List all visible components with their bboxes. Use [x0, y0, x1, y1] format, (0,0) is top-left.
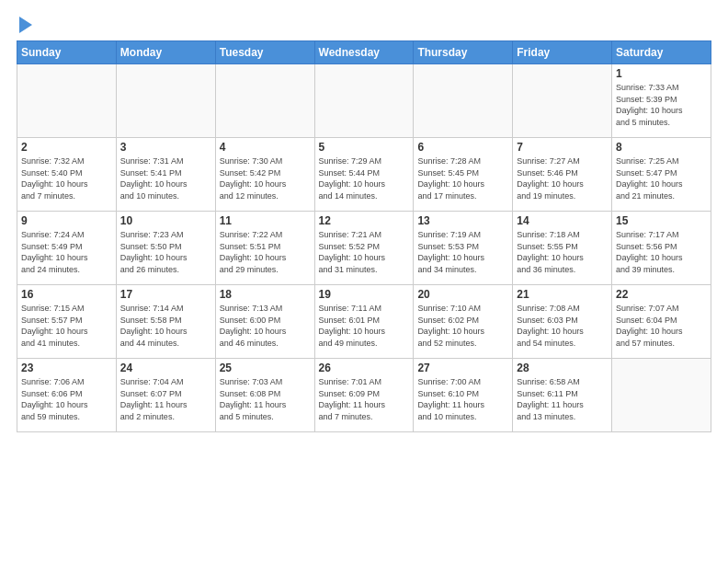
- day-number: 1: [616, 67, 707, 80]
- day-info: Sunrise: 7:32 AM Sunset: 5:40 PM Dayligh…: [21, 155, 112, 201]
- calendar-cell: 8Sunrise: 7:25 AM Sunset: 5:47 PM Daylig…: [612, 138, 711, 212]
- day-number: 3: [120, 141, 211, 154]
- day-info: Sunrise: 7:29 AM Sunset: 5:44 PM Dayligh…: [319, 155, 410, 201]
- day-info: Sunrise: 7:18 AM Sunset: 5:55 PM Dayligh…: [517, 229, 608, 275]
- day-number: 24: [120, 362, 211, 374]
- day-number: 17: [120, 288, 211, 301]
- calendar-cell: 10Sunrise: 7:23 AM Sunset: 5:50 PM Dayli…: [116, 212, 215, 285]
- day-info: Sunrise: 7:01 AM Sunset: 6:09 PM Dayligh…: [319, 376, 410, 422]
- calendar-header-row: SundayMondayTuesdayWednesdayThursdayFrid…: [17, 41, 711, 64]
- calendar-cell: [17, 64, 117, 138]
- day-number: 23: [21, 362, 112, 374]
- day-number: 20: [417, 288, 508, 301]
- calendar-cell: 3Sunrise: 7:31 AM Sunset: 5:41 PM Daylig…: [116, 138, 215, 212]
- calendar-cell: 24Sunrise: 7:04 AM Sunset: 6:07 PM Dayli…: [116, 359, 215, 432]
- calendar-cell: 14Sunrise: 7:18 AM Sunset: 5:55 PM Dayli…: [513, 212, 612, 285]
- calendar-header-monday: Monday: [116, 41, 215, 64]
- calendar-header-saturday: Saturday: [612, 41, 711, 64]
- day-number: 4: [220, 141, 311, 154]
- calendar-cell: 13Sunrise: 7:19 AM Sunset: 5:53 PM Dayli…: [414, 212, 513, 285]
- day-info: Sunrise: 7:17 AM Sunset: 5:56 PM Dayligh…: [616, 229, 707, 275]
- day-number: 13: [417, 214, 508, 227]
- day-number: 28: [517, 362, 608, 374]
- day-number: 19: [319, 288, 410, 301]
- day-number: 21: [517, 288, 608, 301]
- header: [17, 15, 711, 33]
- calendar-table: SundayMondayTuesdayWednesdayThursdayFrid…: [17, 40, 711, 432]
- calendar-cell: 7Sunrise: 7:27 AM Sunset: 5:46 PM Daylig…: [513, 138, 612, 212]
- calendar-cell: [612, 359, 711, 432]
- day-number: 12: [319, 214, 410, 227]
- calendar-cell: 25Sunrise: 7:03 AM Sunset: 6:08 PM Dayli…: [215, 359, 314, 432]
- calendar-cell: 11Sunrise: 7:22 AM Sunset: 5:51 PM Dayli…: [215, 212, 314, 285]
- day-info: Sunrise: 7:19 AM Sunset: 5:53 PM Dayligh…: [417, 229, 508, 275]
- day-info: Sunrise: 7:11 AM Sunset: 6:01 PM Dayligh…: [319, 303, 410, 349]
- calendar-cell: 4Sunrise: 7:30 AM Sunset: 5:42 PM Daylig…: [215, 138, 314, 212]
- calendar-cell: 16Sunrise: 7:15 AM Sunset: 5:57 PM Dayli…: [17, 285, 117, 359]
- calendar-header-friday: Friday: [513, 41, 612, 64]
- calendar-cell: 22Sunrise: 7:07 AM Sunset: 6:04 PM Dayli…: [612, 285, 711, 359]
- calendar-cell: 15Sunrise: 7:17 AM Sunset: 5:56 PM Dayli…: [612, 212, 711, 285]
- calendar-cell: [513, 64, 612, 138]
- calendar-cell: 5Sunrise: 7:29 AM Sunset: 5:44 PM Daylig…: [314, 138, 414, 212]
- day-info: Sunrise: 7:10 AM Sunset: 6:02 PM Dayligh…: [417, 303, 508, 349]
- day-number: 26: [319, 362, 410, 374]
- day-info: Sunrise: 7:27 AM Sunset: 5:46 PM Dayligh…: [517, 155, 608, 201]
- calendar-cell: [314, 64, 414, 138]
- logo: [17, 15, 32, 33]
- calendar-cell: 27Sunrise: 7:00 AM Sunset: 6:10 PM Dayli…: [414, 359, 513, 432]
- day-info: Sunrise: 7:31 AM Sunset: 5:41 PM Dayligh…: [120, 155, 211, 201]
- day-info: Sunrise: 7:22 AM Sunset: 5:51 PM Dayligh…: [220, 229, 311, 275]
- calendar-header-wednesday: Wednesday: [314, 41, 414, 64]
- logo-arrow-icon: [19, 17, 32, 33]
- day-number: 6: [417, 141, 508, 154]
- day-info: Sunrise: 7:33 AM Sunset: 5:39 PM Dayligh…: [616, 82, 707, 128]
- calendar-week-4: 23Sunrise: 7:06 AM Sunset: 6:06 PM Dayli…: [17, 359, 711, 432]
- day-info: Sunrise: 7:23 AM Sunset: 5:50 PM Dayligh…: [120, 229, 211, 275]
- day-info: Sunrise: 7:28 AM Sunset: 5:45 PM Dayligh…: [417, 155, 508, 201]
- day-number: 15: [616, 214, 707, 227]
- calendar-cell: 26Sunrise: 7:01 AM Sunset: 6:09 PM Dayli…: [314, 359, 414, 432]
- day-number: 10: [120, 214, 211, 227]
- calendar-cell: [215, 64, 314, 138]
- day-info: Sunrise: 7:24 AM Sunset: 5:49 PM Dayligh…: [21, 229, 112, 275]
- day-info: Sunrise: 7:21 AM Sunset: 5:52 PM Dayligh…: [319, 229, 410, 275]
- calendar-cell: 20Sunrise: 7:10 AM Sunset: 6:02 PM Dayli…: [414, 285, 513, 359]
- calendar-cell: 17Sunrise: 7:14 AM Sunset: 5:58 PM Dayli…: [116, 285, 215, 359]
- day-number: 18: [220, 288, 311, 301]
- calendar-cell: 12Sunrise: 7:21 AM Sunset: 5:52 PM Dayli…: [314, 212, 414, 285]
- day-number: 2: [21, 141, 112, 154]
- calendar-week-0: 1Sunrise: 7:33 AM Sunset: 5:39 PM Daylig…: [17, 64, 711, 138]
- calendar-week-1: 2Sunrise: 7:32 AM Sunset: 5:40 PM Daylig…: [17, 138, 711, 212]
- day-info: Sunrise: 7:08 AM Sunset: 6:03 PM Dayligh…: [517, 303, 608, 349]
- day-info: Sunrise: 7:07 AM Sunset: 6:04 PM Dayligh…: [616, 303, 707, 349]
- day-info: Sunrise: 6:58 AM Sunset: 6:11 PM Dayligh…: [517, 376, 608, 422]
- day-number: 22: [616, 288, 707, 301]
- calendar-cell: 1Sunrise: 7:33 AM Sunset: 5:39 PM Daylig…: [612, 64, 711, 138]
- calendar-header-tuesday: Tuesday: [215, 41, 314, 64]
- day-info: Sunrise: 7:00 AM Sunset: 6:10 PM Dayligh…: [417, 376, 508, 422]
- calendar-cell: 9Sunrise: 7:24 AM Sunset: 5:49 PM Daylig…: [17, 212, 117, 285]
- calendar-cell: [414, 64, 513, 138]
- calendar-cell: 23Sunrise: 7:06 AM Sunset: 6:06 PM Dayli…: [17, 359, 117, 432]
- page: SundayMondayTuesdayWednesdayThursdayFrid…: [0, 0, 728, 563]
- calendar-cell: 19Sunrise: 7:11 AM Sunset: 6:01 PM Dayli…: [314, 285, 414, 359]
- calendar-cell: 21Sunrise: 7:08 AM Sunset: 6:03 PM Dayli…: [513, 285, 612, 359]
- calendar-header-sunday: Sunday: [17, 41, 117, 64]
- day-number: 16: [21, 288, 112, 301]
- day-number: 9: [21, 214, 112, 227]
- day-number: 5: [319, 141, 410, 154]
- day-number: 11: [220, 214, 311, 227]
- calendar-week-3: 16Sunrise: 7:15 AM Sunset: 5:57 PM Dayli…: [17, 285, 711, 359]
- calendar-cell: 28Sunrise: 6:58 AM Sunset: 6:11 PM Dayli…: [513, 359, 612, 432]
- calendar-header-thursday: Thursday: [414, 41, 513, 64]
- day-info: Sunrise: 7:15 AM Sunset: 5:57 PM Dayligh…: [21, 303, 112, 349]
- day-info: Sunrise: 7:13 AM Sunset: 6:00 PM Dayligh…: [220, 303, 311, 349]
- day-number: 8: [616, 141, 707, 154]
- calendar-cell: 18Sunrise: 7:13 AM Sunset: 6:00 PM Dayli…: [215, 285, 314, 359]
- day-number: 27: [417, 362, 508, 374]
- day-number: 14: [517, 214, 608, 227]
- day-info: Sunrise: 7:03 AM Sunset: 6:08 PM Dayligh…: [220, 376, 311, 422]
- calendar-cell: [116, 64, 215, 138]
- day-info: Sunrise: 7:06 AM Sunset: 6:06 PM Dayligh…: [21, 376, 112, 422]
